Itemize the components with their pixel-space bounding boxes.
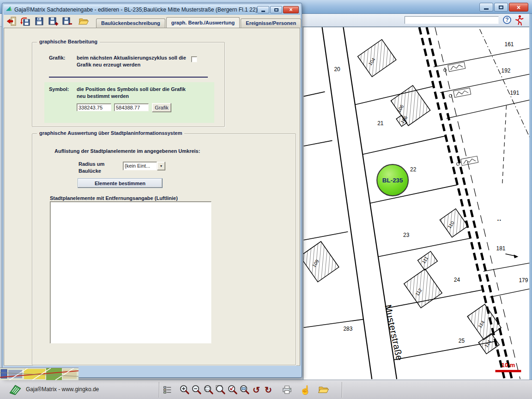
tab-graph-bearb-auswertung[interactable]: graph. Bearb./Auswertung: [166, 17, 240, 28]
coord-y-field[interactable]: [114, 103, 149, 111]
tab-ereignisse-personen[interactable]: Ereignisse/Personen: [241, 18, 301, 28]
symbol-description: die Position des Symbols soll über die G…: [77, 86, 193, 100]
coord-x-field[interactable]: [77, 103, 111, 111]
parcel-label: 179: [519, 277, 528, 284]
exit-button[interactable]: [6, 15, 18, 27]
statusbar-divider: [159, 382, 160, 398]
parcel-label: 161: [505, 41, 514, 48]
grafik-button[interactable]: Grafik: [152, 103, 171, 112]
list-label: Stadtplanelemente mit Entfernungsangabe …: [50, 195, 235, 202]
baulueke-marker[interactable]: BL-235: [377, 164, 408, 196]
maximize-icon: [499, 6, 503, 9]
parcel-label: 283: [343, 326, 352, 332]
tab-bauluekenbeschreibung[interactable]: Baulückenbeschreibung: [96, 18, 165, 28]
dialog-minimize-button[interactable]: [257, 6, 269, 13]
save-button[interactable]: [33, 15, 45, 27]
map-toolbar: ↺ ↻ ☝: [162, 381, 330, 398]
rotate-cw-icon: ↻: [265, 386, 272, 394]
grafik-checkbox[interactable]: [191, 56, 197, 62]
zoom-extent-button[interactable]: [214, 383, 226, 397]
hand-icon: ☝: [300, 385, 311, 395]
chevron-down-icon[interactable]: ▼: [157, 162, 165, 170]
listing-label: Auflistung der Stadtplanelemente im ange…: [54, 148, 276, 155]
analysis-groupbox: graphische Auswertung über Stadtplaninfo…: [32, 133, 296, 365]
grafik-description: beim nächsten Aktualisierungszyklus soll…: [77, 54, 192, 68]
street-edges: [322, 27, 397, 379]
elements-listbox[interactable]: [50, 201, 212, 344]
rotate-cw-button[interactable]: ↻: [262, 383, 274, 397]
dots-symbol: ··: [497, 217, 502, 224]
direction-arrow: [505, 254, 518, 258]
rotate-ccw-button[interactable]: ↺: [250, 383, 262, 397]
close-icon: ×: [517, 4, 520, 11]
separator-line: [49, 77, 208, 78]
map-canvas[interactable]: 20 21 22 23 24 25 283 161 192 191 181 17…: [303, 27, 529, 380]
dialog-content: graphische Bearbeitung Grafik: beim näch…: [4, 28, 300, 366]
dialog-app-icon: [6, 6, 12, 14]
status-bar: Gaja®Matrix - www.gingko.de: [0, 380, 532, 399]
help-icon: ?: [505, 17, 508, 23]
main-minimize-button[interactable]: [479, 3, 493, 12]
street-name-label: Musterstraße: [383, 304, 405, 362]
radius-combobox[interactable]: {kein Eint... ▼: [123, 162, 165, 170]
building-104: [358, 39, 396, 77]
legend-button[interactable]: [162, 383, 174, 397]
zoom-window-button[interactable]: [202, 383, 214, 397]
main-close-button[interactable]: ×: [509, 3, 528, 12]
scale-label: 10 m: [502, 362, 515, 369]
building-106: [386, 85, 430, 129]
groupbox-title: graphische Bearbeitung: [37, 39, 100, 44]
sachdaten-dialog: Gaja®Matrix Sachdateneingabe - editieren…: [2, 3, 302, 378]
boundary-dashed-lines: [480, 29, 530, 186]
search-input[interactable]: [405, 16, 499, 24]
parcel-label: 23: [403, 232, 410, 238]
runner-icon[interactable]: [514, 14, 524, 28]
minimize-icon: [484, 8, 489, 10]
brand-text: Gaja®Matrix - www.gingko.de: [26, 386, 99, 393]
symbol-label: Symbol:: [49, 86, 69, 93]
building-109: [303, 242, 339, 282]
main-maximize-button[interactable]: [494, 3, 508, 12]
dialog-title: Gaja®Matrix Sachdateneingabe - editieren…: [14, 6, 257, 13]
close-icon: ×: [289, 6, 292, 13]
parcel-label: 20: [334, 66, 340, 73]
dialog-maximize-button[interactable]: [270, 6, 282, 13]
parcel-label: 22: [410, 166, 417, 173]
rotate-ccw-icon: ↺: [253, 386, 260, 394]
print-button[interactable]: [281, 383, 293, 397]
zoom-selection-button[interactable]: [238, 383, 250, 397]
grafik-label: Grafik:: [49, 54, 65, 61]
determine-elements-button[interactable]: Elemente bestimmen: [78, 178, 163, 188]
railway-line: [419, 27, 520, 379]
parcel-label: 181: [496, 245, 506, 252]
gaja-logo-icon: [8, 383, 22, 398]
radius-value[interactable]: {kein Eint...: [123, 162, 157, 170]
save-add-button[interactable]: [47, 15, 59, 27]
folder-button[interactable]: [78, 15, 90, 27]
parcel-label: 24: [454, 277, 460, 283]
save-remove-button[interactable]: [61, 15, 73, 27]
parcel-boundaries-west: [304, 92, 364, 328]
radius-label: Radius um Baulücke: [79, 161, 106, 175]
building-112: [404, 269, 442, 308]
save-and-back-button[interactable]: [19, 15, 31, 27]
parcel-label: 192: [502, 67, 511, 74]
dialog-titlebar[interactable]: Gaja®Matrix Sachdateneingabe - editieren…: [4, 5, 300, 15]
zoom-in-button[interactable]: [178, 383, 190, 397]
symbol-panel: Symbol: die Position des Symbols soll üb…: [44, 82, 214, 123]
parcel-boundaries-far-east: [434, 48, 529, 297]
pan-hand-button[interactable]: ☝: [299, 383, 311, 397]
dialog-close-button[interactable]: ×: [283, 6, 299, 13]
tab-strip: Baulückenbeschreibung graph. Bearb./Ausw…: [96, 17, 302, 28]
zoom-previous-button[interactable]: [226, 383, 238, 397]
zoom-out-button[interactable]: [190, 383, 202, 397]
maximize-icon: [274, 8, 278, 12]
overview-map-strip[interactable]: [0, 368, 79, 380]
open-folder-button[interactable]: [318, 383, 330, 397]
minimize-icon: [261, 11, 265, 12]
parcel-label: 25: [459, 338, 465, 344]
graphics-groupbox: graphische Bearbeitung Grafik: beim näch…: [32, 42, 225, 127]
parcel-label: 191: [510, 90, 519, 96]
help-button[interactable]: ?: [503, 16, 511, 24]
dialog-toolbar: Baulückenbeschreibung graph. Bearb./Ausw…: [4, 15, 300, 28]
